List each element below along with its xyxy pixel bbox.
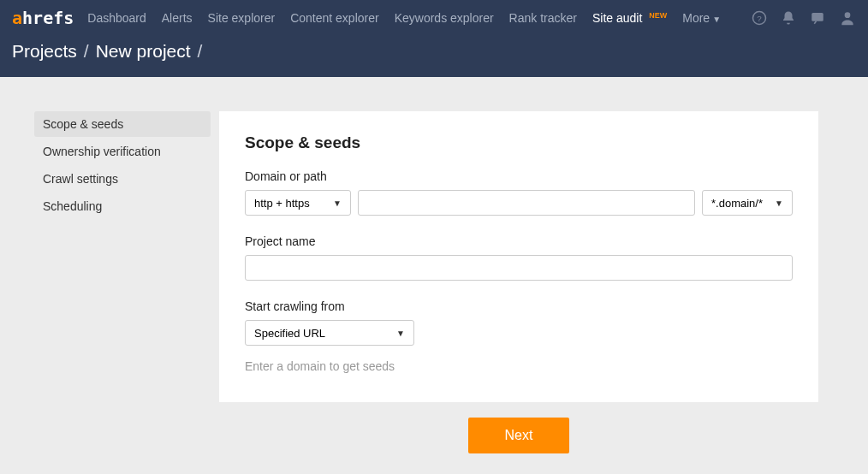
- breadcrumb-separator: /: [198, 41, 203, 62]
- main-nav: Dashboard Alerts Site explorer Content e…: [87, 11, 752, 25]
- sidebar-item-ownership[interactable]: Ownership verification: [34, 139, 211, 164]
- chevron-down-icon: ▼: [775, 198, 783, 208]
- bell-icon[interactable]: [781, 10, 796, 26]
- crawl-from-value: Specified URL: [254, 327, 325, 340]
- breadcrumb: Projects / New project /: [12, 36, 856, 62]
- top-nav-bar: ahrefs Dashboard Alerts Site explorer Co…: [0, 0, 868, 36]
- user-icon[interactable]: [839, 9, 856, 27]
- chevron-down-icon: ▼: [333, 198, 342, 208]
- mode-value: *.domain/*: [711, 197, 763, 210]
- nav-keywords-explorer[interactable]: Keywords explorer: [395, 11, 494, 25]
- panel-heading: Scope & seeds: [245, 133, 793, 152]
- nav-content-explorer[interactable]: Content explorer: [290, 11, 379, 25]
- next-button-row: Next: [219, 418, 818, 453]
- domain-input[interactable]: [358, 190, 695, 216]
- crawl-from-row: Specified URL ▼: [245, 320, 793, 346]
- nav-more-label: More: [682, 11, 710, 25]
- protocol-value: http + https: [254, 197, 310, 210]
- sidebar-item-crawl-settings[interactable]: Crawl settings: [34, 166, 211, 192]
- protocol-select[interactable]: http + https ▼: [245, 190, 351, 216]
- project-name-row: [245, 255, 793, 281]
- domain-row: http + https ▼ *.domain/* ▼: [245, 190, 793, 216]
- crawl-from-select[interactable]: Specified URL ▼: [245, 320, 414, 346]
- nav-rank-tracker[interactable]: Rank tracker: [509, 11, 577, 25]
- next-button[interactable]: Next: [468, 418, 569, 453]
- logo-part-a: a: [12, 8, 22, 28]
- mode-select[interactable]: *.domain/* ▼: [702, 190, 793, 216]
- badge-new: NEW: [649, 11, 667, 20]
- nav-site-audit-label: Site audit: [592, 11, 642, 25]
- helper-text: Enter a domain to get seeds: [245, 359, 793, 373]
- breadcrumb-projects[interactable]: Projects: [12, 41, 77, 62]
- chat-icon[interactable]: [810, 10, 825, 26]
- start-crawling-label: Start crawling from: [245, 299, 793, 313]
- logo-part-hrefs: hrefs: [22, 8, 74, 28]
- nav-alerts[interactable]: Alerts: [162, 11, 193, 25]
- chevron-down-icon: ▼: [712, 15, 721, 24]
- logo[interactable]: ahrefs: [12, 8, 74, 28]
- scope-seeds-panel: Scope & seeds Domain or path http + http…: [219, 111, 818, 402]
- nav-more[interactable]: More▼: [682, 11, 721, 25]
- project-name-label: Project name: [245, 234, 793, 248]
- nav-dashboard[interactable]: Dashboard: [87, 11, 146, 25]
- nav-site-explorer[interactable]: Site explorer: [208, 11, 276, 25]
- project-name-input[interactable]: [245, 255, 793, 281]
- steps-sidebar: Scope & seeds Ownership verification Cra…: [34, 111, 211, 453]
- svg-text:?: ?: [757, 14, 762, 23]
- nav-site-audit[interactable]: Site audit NEW: [592, 11, 667, 25]
- sidebar-item-scheduling[interactable]: Scheduling: [34, 193, 211, 219]
- svg-rect-2: [812, 13, 823, 21]
- chevron-down-icon: ▼: [396, 329, 405, 338]
- breadcrumb-new-project[interactable]: New project: [96, 41, 191, 62]
- help-icon[interactable]: ?: [752, 10, 767, 26]
- svg-point-3: [845, 12, 851, 18]
- breadcrumb-separator: /: [84, 41, 89, 62]
- sidebar-item-scope-seeds[interactable]: Scope & seeds: [34, 111, 211, 137]
- content-area: Scope & seeds Ownership verification Cra…: [0, 77, 868, 453]
- domain-or-path-label: Domain or path: [245, 169, 793, 183]
- main-column: Scope & seeds Domain or path http + http…: [219, 111, 818, 453]
- breadcrumb-bar: Projects / New project /: [0, 36, 868, 77]
- topbar-icons: ?: [752, 9, 856, 27]
